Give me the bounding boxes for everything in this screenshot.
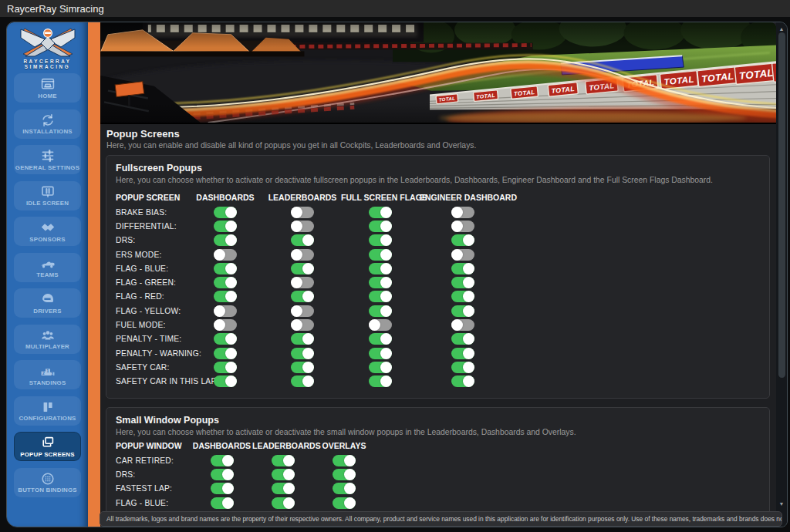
toggle-switch-on[interactable]	[369, 234, 392, 246]
toggle-switch-on[interactable]	[272, 455, 295, 466]
toggle-switch-off[interactable]	[451, 319, 474, 331]
toggle-switch-off[interactable]	[214, 249, 237, 261]
sidebar-item-label: INSTALLATIONS	[22, 128, 73, 135]
row-label: ERS MODE:	[116, 251, 187, 259]
small-window-popups-subtitle: Here, you can choose whether to activate…	[116, 427, 760, 438]
toggle-switch-off[interactable]	[291, 319, 314, 331]
toggle-switch-on[interactable]	[451, 277, 474, 288]
toggle-switch-off[interactable]	[369, 319, 392, 331]
toggle-knob	[302, 291, 314, 302]
toggle-switch-on[interactable]	[291, 333, 314, 345]
toggle-switch-on[interactable]	[451, 291, 474, 302]
toggle-switch-on[interactable]	[214, 348, 237, 359]
sidebar-item-configurations[interactable]: CONFIGURATIONS	[14, 396, 81, 426]
toggle-switch-on[interactable]	[369, 291, 392, 302]
toggle-switch-off[interactable]	[291, 207, 314, 218]
toggle-switch-off[interactable]	[214, 305, 237, 317]
toggle-switch-on[interactable]	[211, 497, 234, 509]
toggle-switch-on[interactable]	[291, 234, 314, 246]
toggle-switch-on[interactable]	[272, 469, 295, 480]
toggle-switch-on[interactable]	[214, 375, 237, 387]
toggle-switch-on[interactable]	[451, 348, 474, 359]
toggle-switch-on[interactable]	[214, 234, 237, 246]
sync-icon	[40, 113, 56, 127]
sidebar-item-home[interactable]: HOME	[14, 73, 81, 103]
toggle-cell	[187, 207, 264, 218]
toggle-switch-on[interactable]	[369, 207, 392, 218]
toggle-switch-on[interactable]	[369, 249, 392, 261]
table-row: PENALTY - WARNING:	[116, 346, 760, 360]
toggle-knob	[291, 221, 302, 232]
toggle-switch-on[interactable]	[333, 469, 356, 480]
toggle-switch-off[interactable]	[291, 277, 314, 288]
sidebar-item-button-bindings[interactable]: BUTTON BINDINGS	[14, 468, 81, 497]
toggle-switch-on[interactable]	[369, 375, 392, 387]
toggle-switch-on[interactable]	[211, 455, 234, 466]
toggle-switch-on[interactable]	[451, 305, 474, 317]
toggle-switch-on[interactable]	[214, 362, 237, 373]
table-header-row: POPUP SCREENDASHBOARDSLEADERBOARDSFULL S…	[116, 190, 760, 205]
sidebar-item-installations[interactable]: INSTALLATIONS	[14, 109, 81, 139]
toggle-switch-on[interactable]	[211, 469, 234, 480]
toggle-switch-on[interactable]	[369, 305, 392, 317]
scrollbar[interactable]: ▲ ▼	[776, 22, 787, 527]
sidebar-item-teams[interactable]: TEAMS	[14, 253, 81, 282]
toggle-switch-on[interactable]	[214, 221, 237, 232]
toggle-switch-on[interactable]	[369, 362, 392, 373]
toggle-switch-on[interactable]	[333, 483, 356, 494]
fullscreen-popups-subtitle: Here, you can choose whether to activate…	[116, 175, 760, 186]
sidebar-item-idle-screen[interactable]: IDLE SCREEN	[14, 181, 81, 210]
toggle-switch-on[interactable]	[214, 291, 237, 302]
toggle-cell	[420, 305, 506, 317]
toggle-switch-on[interactable]	[291, 375, 314, 387]
toggle-switch-on[interactable]	[451, 333, 474, 345]
table-row: DIFFERENTIAL:	[116, 219, 760, 233]
toggle-switch-off[interactable]	[291, 305, 314, 317]
toggle-switch-on[interactable]	[369, 277, 392, 288]
scrollbar-thumb[interactable]	[778, 32, 785, 378]
toggle-switch-on[interactable]	[451, 263, 474, 274]
toggle-switch-off[interactable]	[451, 249, 474, 261]
toggle-switch-on[interactable]	[369, 263, 392, 274]
toggle-switch-on[interactable]	[214, 263, 237, 274]
toggle-knob	[451, 221, 463, 232]
window-titlebar: RaycerRay Simracing	[0, 0, 790, 17]
toggle-switch-off[interactable]	[214, 319, 237, 331]
toggle-switch-off[interactable]	[451, 221, 474, 232]
toggle-switch-on[interactable]	[291, 362, 314, 373]
toggle-switch-on[interactable]	[214, 333, 237, 345]
sidebar-item-standings[interactable]: 123STANDINGS	[14, 360, 81, 389]
sidebar-item-sponsors[interactable]: SPONSORS	[14, 217, 81, 246]
toggle-switch-on[interactable]	[214, 277, 237, 288]
toggle-switch-on[interactable]	[211, 483, 234, 494]
toggle-switch-on[interactable]	[369, 333, 392, 345]
toggle-switch-off[interactable]	[291, 249, 314, 261]
toggle-switch-on[interactable]	[272, 483, 295, 494]
toggle-switch-on[interactable]	[291, 263, 314, 274]
sidebar-item-general-settings[interactable]: GENERAL SETTINGS	[14, 145, 81, 174]
toggle-cell	[420, 362, 506, 373]
toggle-switch-on[interactable]	[333, 455, 356, 466]
sidebar-item-popup-screens[interactable]: POPUP SCREENS	[14, 432, 81, 461]
row-label: DRS:	[116, 470, 191, 479]
toggle-cell	[420, 291, 506, 302]
sidebar-item-label: GENERAL SETTINGS	[15, 164, 79, 171]
toggle-switch-on[interactable]	[451, 234, 474, 246]
disclaimer-footer: All trademarks, logos and brand names ar…	[100, 511, 782, 527]
scroll-down-icon[interactable]: ▼	[776, 499, 787, 508]
toggle-cell	[420, 277, 506, 288]
toggle-switch-on[interactable]	[451, 375, 474, 387]
toggle-switch-on[interactable]	[333, 497, 356, 509]
sidebar-item-drivers[interactable]: DRIVERS	[14, 288, 81, 318]
toggle-switch-on[interactable]	[291, 348, 314, 359]
toggle-knob	[380, 277, 392, 288]
toggle-switch-on[interactable]	[291, 291, 314, 302]
toggle-switch-on[interactable]	[451, 362, 474, 373]
toggle-switch-off[interactable]	[291, 221, 314, 232]
toggle-switch-on[interactable]	[369, 221, 392, 232]
sidebar-item-multiplayer[interactable]: MULTIPLAYER	[14, 325, 81, 354]
toggle-switch-on[interactable]	[214, 207, 237, 218]
toggle-switch-off[interactable]	[451, 207, 474, 218]
toggle-switch-on[interactable]	[369, 348, 392, 359]
toggle-switch-on[interactable]	[272, 497, 295, 509]
